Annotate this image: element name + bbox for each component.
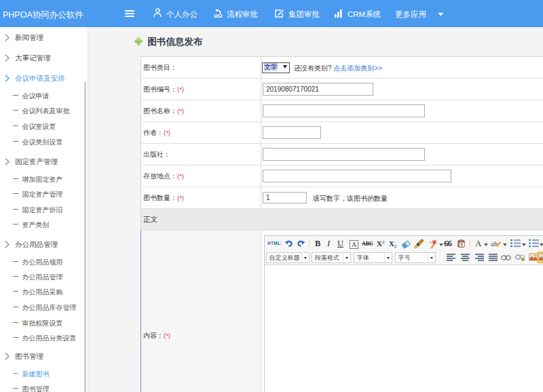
svg-text:ab: ab (491, 240, 498, 248)
svg-text:T: T (460, 243, 463, 247)
